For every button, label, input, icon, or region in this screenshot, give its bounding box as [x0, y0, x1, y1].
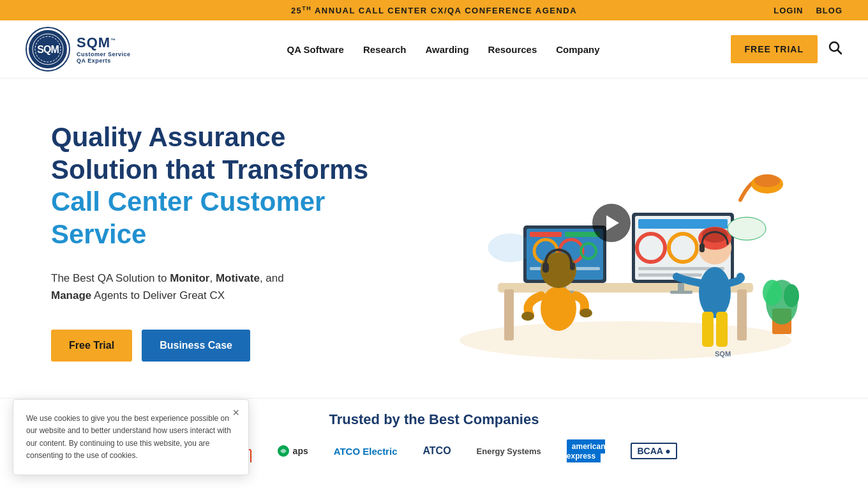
svg-point-33 [521, 312, 534, 321]
trusted-logo-atco: ATCO [423, 445, 451, 457]
nav-right: FREE TRIAL [731, 35, 842, 63]
hero-svg: SQM Customer Service QA Experts [447, 123, 804, 360]
svg-rect-31 [542, 263, 549, 273]
hero-bold-manage: Manage [51, 289, 91, 301]
hero-buttons: Free Trial Business Case [51, 330, 434, 362]
svg-point-48 [488, 234, 533, 262]
play-icon [606, 215, 619, 231]
hero-business-case-button[interactable]: Business Case [142, 330, 250, 362]
cookie-close-button[interactable]: × [232, 406, 239, 420]
svg-rect-36 [702, 312, 714, 347]
cookie-text: We use cookies to give you the best expe… [26, 413, 236, 462]
svg-point-43 [754, 174, 780, 187]
hero-title-blue: Call Center Customer Service [51, 187, 325, 248]
svg-rect-37 [716, 312, 728, 347]
hero-bold-motivate: Motivate [216, 272, 260, 284]
hero-subtitle-plain1: The Best QA Solution to [51, 272, 170, 284]
play-button[interactable] [592, 204, 631, 242]
search-icon [827, 40, 842, 55]
trusted-logo-amex: americanexpress [567, 441, 606, 461]
svg-rect-32 [570, 263, 575, 270]
banner-text: 25TH ANNUAL CALL CENTER CX/QA CONFERENCE… [13, 5, 855, 15]
trusted-logo-aps: aps [277, 445, 308, 457]
hero-image: SQM Customer Service QA Experts [434, 114, 817, 369]
svg-point-49 [728, 217, 766, 240]
svg-rect-28 [670, 291, 692, 294]
logo[interactable]: SQM SQM™ Customer Service QA Experts [26, 27, 131, 72]
blog-link[interactable]: BLOG [816, 6, 842, 15]
hero-subtitle: The Best QA Solution to Monitor, Motivat… [51, 270, 434, 304]
svg-text:SQM: SQM [37, 44, 59, 55]
nav-awarding[interactable]: Awarding [425, 41, 468, 58]
svg-point-29 [541, 286, 576, 331]
svg-point-47 [784, 284, 799, 307]
svg-line-4 [838, 50, 842, 54]
svg-rect-7 [504, 289, 514, 340]
svg-point-34 [580, 309, 592, 317]
trusted-logo-atco-electric: ATCO Electric [334, 446, 398, 457]
trusted-logo-bcaa: BCAA ● [631, 446, 677, 456]
hero-plain2: , and [260, 272, 284, 284]
banner-rest: ANNUAL CALL CENTER CX/QA CONFERENCE AGEN… [311, 6, 577, 15]
logo-inner: SQM [29, 30, 67, 68]
banner-right-links: LOGIN BLOG [774, 6, 842, 15]
banner-sup: TH [302, 5, 311, 11]
nav-qa-software[interactable]: QA Software [287, 41, 343, 58]
hero-section: Quality Assurance Solution that Transfor… [0, 79, 868, 398]
hero-bold-monitor: Monitor [170, 272, 209, 284]
search-button[interactable] [827, 40, 842, 59]
nav-research[interactable]: Research [363, 41, 407, 58]
banner-number: 25 [291, 6, 302, 15]
logo-subtitle-line1: Customer Service [77, 51, 131, 58]
svg-rect-11 [530, 232, 562, 237]
navbar: SQM SQM™ Customer Service QA Experts QA … [0, 20, 868, 79]
logo-text: SQM™ Customer Service QA Experts [77, 34, 131, 65]
svg-point-46 [763, 280, 782, 305]
top-banner: 25TH ANNUAL CALL CENTER CX/QA CONFERENCE… [0, 0, 868, 20]
hero-title-line1: Quality Assurance Solution that Transfor… [51, 122, 368, 184]
hero-free-trial-button[interactable]: Free Trial [51, 330, 132, 362]
hero-sep1: , [210, 272, 216, 284]
hero-text: Quality Assurance Solution that Transfor… [51, 121, 434, 362]
hero-plain3: Agents to Deliver Great CX [91, 289, 225, 301]
svg-point-35 [699, 267, 731, 318]
trusted-logo-energy: Energy Systems [477, 446, 541, 456]
nav-resources[interactable]: Resources [488, 41, 537, 58]
logo-circle: SQM [26, 27, 70, 72]
hero-title: Quality Assurance Solution that Transfor… [51, 121, 434, 250]
svg-rect-26 [638, 273, 702, 277]
logo-brand: SQM™ [77, 34, 131, 51]
nav-links: QA Software Research Awarding Resources … [156, 41, 731, 58]
nav-company[interactable]: Company [556, 41, 599, 58]
svg-rect-8 [737, 289, 747, 340]
svg-text:SQM: SQM [715, 350, 731, 358]
svg-text:Customer Service: Customer Service [707, 358, 748, 360]
cookie-banner: × We use cookies to give you the best ex… [13, 399, 249, 475]
logo-subtitle-line2: QA Experts [77, 57, 131, 65]
hero-illustration: SQM Customer Service QA Experts [447, 123, 804, 360]
login-link[interactable]: LOGIN [774, 6, 803, 15]
nav-free-trial-button[interactable]: FREE TRIAL [731, 35, 818, 63]
svg-rect-41 [700, 243, 705, 252]
